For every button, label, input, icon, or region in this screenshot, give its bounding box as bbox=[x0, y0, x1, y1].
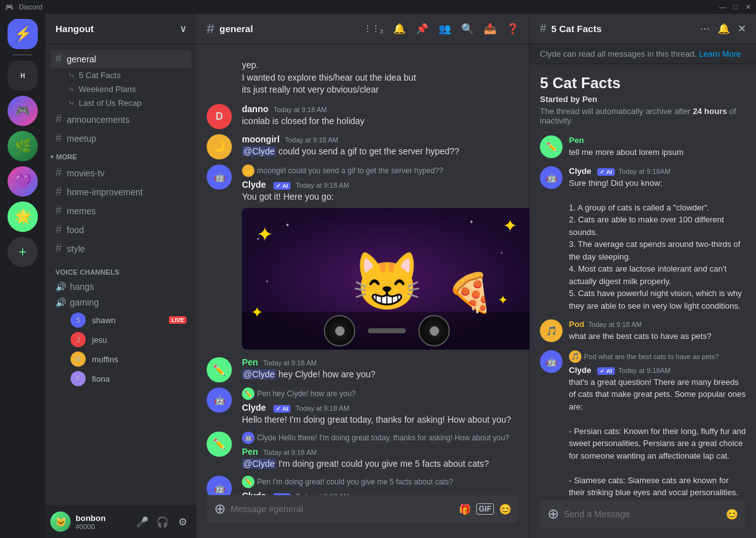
sparkle-icon: ✦ bbox=[256, 222, 273, 246]
reply-preview: ✏️ Pen hey Clyde! how are you? bbox=[242, 387, 519, 400]
server-chevron-icon: ∨ bbox=[180, 23, 186, 35]
headphone-button[interactable]: 🎧 bbox=[154, 513, 171, 530]
microphone-button[interactable]: 🎤 bbox=[134, 513, 151, 530]
thread-add-button[interactable]: ⊕ bbox=[547, 506, 559, 522]
thread-options-icon[interactable]: ⋯ bbox=[700, 23, 710, 35]
close-button[interactable]: ✕ bbox=[745, 3, 751, 11]
server-icon-5[interactable]: 🌟 bbox=[8, 202, 38, 232]
hash-icon: # bbox=[55, 242, 62, 255]
server-header[interactable]: Hangout ∨ bbox=[45, 14, 197, 44]
pin-icon[interactable]: 📌 bbox=[416, 23, 428, 35]
avatar: 🤖 bbox=[207, 476, 232, 495]
thread-message-header: Clyde ✓ AI Today at 9:18AM bbox=[569, 365, 746, 375]
chat-header: # general ⋮⋮3 🔔 📌 👥 🔍 📥 ❓ bbox=[197, 14, 529, 44]
channel-item-food[interactable]: # food bbox=[50, 220, 192, 239]
thread-message-content: Clyde ✓ AI Today at 9:18AM Sure thing! D… bbox=[569, 166, 746, 312]
speaker-icon: 🔊 bbox=[55, 297, 66, 307]
members-icon[interactable]: 👥 bbox=[438, 23, 451, 35]
add-attachment-button[interactable]: ⊕ bbox=[214, 501, 226, 517]
message-content: Pen Today at 9:18 AM @Clyde hey Clyde! h… bbox=[242, 357, 519, 382]
message-content: moongirl Today at 9:18 AM @Clyde could y… bbox=[242, 134, 519, 159]
turntable bbox=[418, 315, 450, 346]
gift-icon[interactable]: 🎁 bbox=[459, 503, 471, 515]
message-content: ✏️ Pen hey Clyde! how are you? Clyde ✓ A… bbox=[242, 387, 519, 426]
thread-item-lastofus[interactable]: ⤷ Last of Us Recap bbox=[50, 96, 192, 110]
thread-header-actions: ⋯ 🔔 ✕ bbox=[700, 23, 746, 35]
bell-thread-icon[interactable]: 🔔 bbox=[718, 23, 730, 35]
message-header: Clyde ✓ AI Today at 9:18 AM bbox=[242, 403, 519, 413]
reply-avatar: 🤖 bbox=[242, 432, 255, 444]
channel-item-meetup[interactable]: # meetup bbox=[50, 129, 192, 147]
gif-button[interactable]: GIF bbox=[476, 503, 494, 515]
voice-user-avatar: F bbox=[71, 371, 86, 386]
bell-icon[interactable]: 🔔 bbox=[393, 23, 406, 35]
thread-input-area: ⊕ 😊 bbox=[530, 500, 756, 538]
voice-channel-hangs[interactable]: 🔊 hangs bbox=[50, 279, 192, 294]
voice-user-fiona[interactable]: F fiona bbox=[50, 369, 192, 388]
voice-user-shawn[interactable]: S shawn LIVE bbox=[50, 311, 192, 329]
threads-icon[interactable]: ⋮⋮3 bbox=[364, 23, 383, 35]
voice-user-muffins[interactable]: M muffins bbox=[50, 350, 192, 369]
mixer bbox=[368, 328, 406, 333]
more-label-text: MORE bbox=[56, 153, 77, 161]
close-thread-icon[interactable]: ✕ bbox=[738, 23, 746, 35]
channel-hash-icon: # bbox=[207, 21, 214, 37]
thread-messages-area: 5 Cat Facts Started by Pen The thread wi… bbox=[530, 64, 756, 500]
learn-more-link[interactable]: Learn More bbox=[699, 49, 741, 59]
thread-item-weekendplans[interactable]: ⤷ Weekend Plans bbox=[50, 83, 192, 96]
user-panel: 🐱 bonbon #0000 🎤 🎧 ⚙ bbox=[45, 505, 197, 538]
thread-emoji-button[interactable]: 😊 bbox=[726, 508, 738, 520]
inbox-icon[interactable]: 📥 bbox=[484, 23, 496, 35]
user-avatar: 🐱 bbox=[50, 512, 71, 532]
channel-item-announcements[interactable]: # announcements bbox=[50, 110, 192, 129]
server-name: Hangout bbox=[55, 23, 94, 34]
hash-icon: # bbox=[55, 223, 62, 236]
chevron-icon: ▾ bbox=[50, 154, 54, 160]
voice-user-name: muffins bbox=[92, 355, 118, 364]
search-icon[interactable]: 🔍 bbox=[461, 23, 474, 35]
cat-emoji: 😸 bbox=[352, 249, 422, 315]
channel-item-style[interactable]: # style bbox=[50, 239, 192, 258]
message-time: Today at 9:18 AM bbox=[273, 106, 327, 113]
sparkle-icon: ✦ bbox=[251, 304, 263, 321]
discord-home-icon[interactable]: ⚡ bbox=[8, 19, 38, 49]
server-icon-4[interactable]: 💜 bbox=[8, 166, 38, 197]
emoji-button[interactable]: 😊 bbox=[499, 503, 512, 515]
message-input[interactable] bbox=[231, 498, 454, 520]
reply-text: moongirl could you send a gif to get the… bbox=[257, 166, 444, 175]
server-icon-hangout[interactable]: H bbox=[8, 60, 38, 91]
avatar: 🌙 bbox=[207, 134, 232, 159]
channel-name: meetup bbox=[67, 134, 96, 144]
app-layout: ⚡ H 🎮 🌿 💜 🌟 + Hangout ∨ # general bbox=[0, 14, 756, 538]
header-actions: ⋮⋮3 🔔 📌 👥 🔍 📥 ❓ bbox=[364, 23, 519, 35]
channel-item-memes[interactable]: # memes bbox=[50, 202, 192, 220]
message-author: danno bbox=[242, 104, 268, 114]
server-icon-2[interactable]: 🎮 bbox=[8, 96, 38, 126]
channel-item-movies-tv[interactable]: # movies-tv bbox=[50, 164, 192, 182]
message-author: Pen bbox=[242, 357, 258, 367]
maximize-button[interactable]: □ bbox=[733, 3, 738, 11]
voice-channel-gaming[interactable]: 🔊 gaming bbox=[50, 295, 192, 310]
server-sidebar: ⚡ H 🎮 🌿 💜 🌟 + bbox=[0, 14, 45, 538]
minimize-button[interactable]: — bbox=[719, 3, 726, 11]
message-header: danno Today at 9:18 AM bbox=[242, 104, 519, 114]
server-icon-3[interactable]: 🌿 bbox=[8, 131, 38, 161]
add-server-button[interactable]: + bbox=[8, 237, 38, 267]
reply-text: Pen I'm doing great! could you give me 5… bbox=[257, 478, 453, 486]
message-time: Today at 9:18 AM bbox=[295, 181, 349, 189]
thread-item-5catfacts[interactable]: ⤷ 5 Cat Facts bbox=[50, 69, 192, 82]
star: ★ bbox=[500, 251, 503, 255]
channel-name: general bbox=[67, 54, 96, 64]
settings-button[interactable]: ⚙ bbox=[174, 513, 192, 530]
mention: @Clyde bbox=[242, 459, 276, 469]
voice-user-jesu[interactable]: J jesu bbox=[50, 330, 192, 349]
user-tag: #0000 bbox=[76, 523, 129, 530]
channel-item-general[interactable]: # general bbox=[50, 50, 192, 68]
thread-name: 5 Cat Facts bbox=[79, 71, 120, 80]
table-row: ✏️ 🤖 Clyde Hello there! I'm doing great … bbox=[197, 430, 529, 472]
help-icon[interactable]: ❓ bbox=[507, 23, 519, 35]
pizza-emoji: 🍕 bbox=[447, 270, 494, 315]
thread-message-input[interactable] bbox=[564, 503, 721, 525]
more-section-toggle[interactable]: ▾ MORE bbox=[45, 148, 197, 163]
channel-item-home-improvement[interactable]: # home-improvement bbox=[50, 183, 192, 201]
